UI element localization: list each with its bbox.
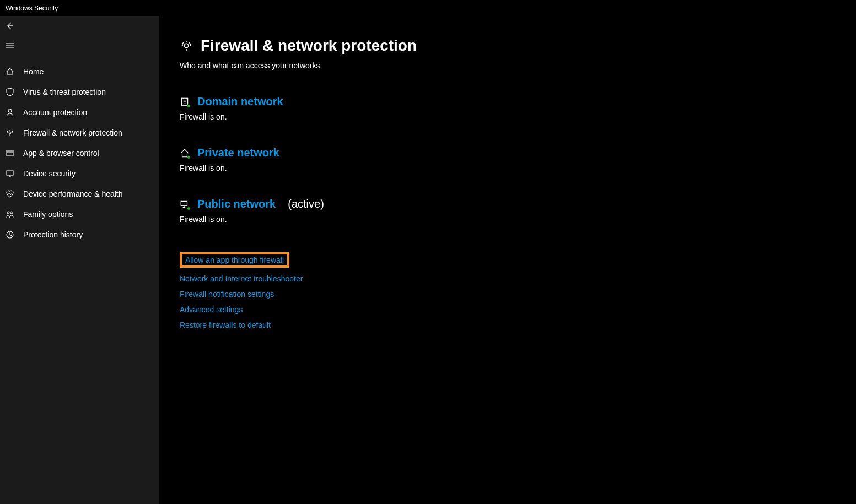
svg-rect-9	[181, 201, 187, 205]
page-header: Firewall & network protection	[180, 37, 856, 55]
device-security-icon	[6, 169, 14, 178]
sidebar-item-label: Firewall & network protection	[23, 128, 122, 137]
network-section-private: Private network Firewall is on.	[180, 147, 856, 172]
svg-rect-2	[7, 150, 13, 156]
window-titlebar: Windows Security	[0, 0, 856, 16]
sidebar-item-label: Device performance & health	[23, 189, 123, 198]
private-network-status: Firewall is on.	[180, 164, 856, 172]
menu-button[interactable]	[0, 36, 159, 56]
domain-network-link[interactable]: Domain network	[197, 95, 283, 108]
status-dot-icon	[187, 207, 191, 210]
window-title: Windows Security	[6, 4, 58, 12]
firewall-page-icon	[180, 39, 193, 52]
sidebar-item-label: Protection history	[23, 230, 83, 239]
link-notification-settings[interactable]: Firewall notification settings	[180, 290, 274, 299]
health-icon	[6, 189, 14, 198]
action-links: Allow an app through firewall Network an…	[180, 252, 856, 329]
family-icon	[6, 210, 14, 219]
svg-rect-3	[7, 171, 13, 175]
link-restore-default[interactable]: Restore firewalls to default	[180, 321, 271, 329]
private-network-link[interactable]: Private network	[197, 147, 279, 159]
domain-network-status: Firewall is on.	[180, 112, 856, 121]
sidebar-item-label: Account protection	[23, 108, 87, 117]
status-dot-icon	[187, 104, 191, 108]
private-network-icon	[180, 148, 190, 158]
back-arrow-icon	[6, 21, 14, 30]
public-network-link[interactable]: Public network	[197, 198, 276, 210]
svg-point-7	[184, 44, 189, 48]
sidebar-item-family[interactable]: Family options	[0, 204, 159, 224]
shield-icon	[6, 88, 14, 96]
public-network-icon	[180, 199, 190, 209]
hamburger-icon	[6, 41, 14, 50]
sidebar-item-label: Home	[23, 67, 44, 76]
svg-point-5	[10, 212, 13, 214]
network-section-public: Public network (active) Firewall is on.	[180, 198, 856, 224]
sidebar-item-firewall[interactable]: Firewall & network protection	[0, 122, 159, 143]
domain-network-icon	[180, 97, 190, 107]
history-icon	[6, 230, 14, 239]
home-icon	[6, 67, 14, 76]
page-title: Firewall & network protection	[201, 37, 417, 55]
app-browser-icon	[6, 149, 14, 158]
svg-point-0	[8, 109, 12, 112]
public-network-suffix: (active)	[288, 198, 324, 210]
link-advanced-settings[interactable]: Advanced settings	[180, 305, 243, 314]
back-button[interactable]	[0, 16, 159, 36]
sidebar-item-account[interactable]: Account protection	[0, 102, 159, 122]
sidebar-item-label: App & browser control	[23, 149, 99, 158]
page-subtitle: Who and what can access your networks.	[180, 61, 856, 70]
firewall-icon	[6, 128, 14, 137]
main-content: Firewall & network protection Who and wh…	[159, 16, 856, 504]
sidebar-item-app-browser[interactable]: App & browser control	[0, 143, 159, 163]
sidebar-item-home[interactable]: Home	[0, 61, 159, 82]
public-network-status: Firewall is on.	[180, 215, 856, 224]
sidebar-item-device-health[interactable]: Device performance & health	[0, 183, 159, 204]
svg-point-4	[7, 212, 9, 214]
sidebar: Home Virus & threat protection Account p…	[0, 16, 159, 504]
sidebar-item-label: Family options	[23, 210, 73, 219]
link-troubleshooter[interactable]: Network and Internet troubleshooter	[180, 274, 303, 283]
account-icon	[6, 108, 14, 117]
sidebar-item-virus[interactable]: Virus & threat protection	[0, 82, 159, 102]
sidebar-item-label: Virus & threat protection	[23, 88, 106, 96]
network-section-domain: Domain network Firewall is on.	[180, 95, 856, 121]
status-dot-icon	[187, 155, 191, 159]
sidebar-item-device-security[interactable]: Device security	[0, 163, 159, 183]
sidebar-item-history[interactable]: Protection history	[0, 224, 159, 245]
link-allow-app[interactable]: Allow an app through firewall	[180, 252, 289, 268]
sidebar-item-label: Device security	[23, 169, 76, 178]
svg-point-1	[9, 132, 11, 134]
